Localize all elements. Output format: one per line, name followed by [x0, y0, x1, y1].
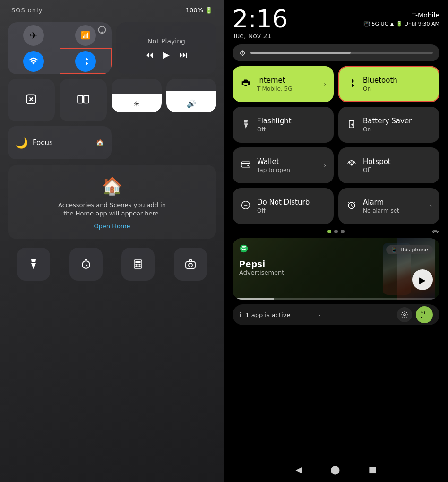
ios-orientation-tile[interactable] [8, 79, 55, 121]
ios-airplay-icon[interactable] [97, 25, 107, 36]
ios-media-title: Not Playing [147, 37, 185, 45]
android-play-icon: ▶ [419, 275, 426, 285]
ios-airplane-button[interactable]: ✈ [8, 22, 60, 48]
android-recents-button[interactable]: ■ [368, 465, 376, 474]
android-wallet-title: Wallet [257, 157, 290, 166]
ios-media-prev[interactable]: ⏮ [145, 50, 154, 60]
ios-volume-icon: 🔊 [187, 99, 196, 108]
ios-row-3: 🌙 Focus 🏠 [8, 126, 216, 159]
android-media-info: Pepsi Advertisement [239, 259, 433, 294]
ios-bottom-bar [8, 241, 216, 290]
svg-point-8 [139, 264, 140, 265]
ios-panel: SOS only 100% 🔋 ✈ 📶 [0, 0, 224, 482]
android-flashlight-icon [240, 119, 251, 131]
android-flashlight-text: Flashlight Off [257, 117, 292, 133]
ios-brightness-slider[interactable]: ☀ [112, 79, 162, 112]
ios-mirror-tile[interactable] [60, 79, 107, 121]
android-battery-saver-icon [346, 119, 357, 131]
android-bluetooth-text: Bluetooth On [363, 76, 397, 92]
android-tile-wallet[interactable]: Wallet Tap to open › [233, 147, 334, 183]
android-device-label: This phone [400, 247, 428, 253]
android-hotspot-title: Hotspot [363, 157, 391, 166]
ios-focus-tile[interactable]: 🌙 Focus 🏠 [8, 126, 112, 159]
android-hotspot-sub: Off [363, 167, 391, 173]
android-internet-sub: T-Mobile, 5G [257, 86, 292, 92]
svg-point-7 [138, 264, 138, 265]
android-brightness-bar[interactable]: ⚙ [233, 44, 439, 61]
android-status-right: T-Mobile 📳 5G UC ▲ 🔋 Until 9:30 AM [363, 7, 439, 27]
ios-open-home-link[interactable]: Open Home [94, 223, 130, 230]
android-signal-icon: ▲ [390, 21, 394, 27]
ios-wifi-icon [23, 51, 44, 72]
android-wallet-sub: Tap to open [257, 167, 290, 173]
android-internet-icon [240, 78, 251, 90]
android-alarm-sub: No alarm set [363, 207, 399, 214]
android-play-button[interactable]: ▶ [412, 269, 433, 290]
android-battery-saver-sub: On [363, 126, 412, 133]
svg-point-21 [404, 314, 405, 316]
ios-focus-label: Focus [33, 138, 53, 147]
android-back-button[interactable]: ◀ [295, 465, 302, 474]
ios-media-next[interactable]: ⏭ [179, 50, 188, 60]
ios-timer-button[interactable] [69, 248, 103, 281]
ios-row-2: ☀ 🔊 [8, 79, 216, 121]
android-settings-button[interactable] [397, 307, 412, 322]
android-carrier: T-Mobile [412, 11, 439, 19]
android-wallet-arrow: › [324, 162, 326, 169]
android-edit-button[interactable]: ✏ [432, 227, 439, 237]
android-alarm-text: Alarm No alarm set [363, 198, 399, 214]
svg-rect-12 [186, 262, 195, 268]
android-device-icon: 📱 [391, 247, 397, 253]
android-hotspot-text: Hotspot Off [363, 157, 391, 173]
android-brightness-icon: ⚙ [239, 49, 246, 58]
android-info-icon: ℹ [239, 311, 241, 318]
android-home-button[interactable]: ⬤ [330, 465, 340, 474]
ios-bluetooth-button[interactable] [60, 48, 112, 74]
ios-status-bar: SOS only 100% 🔋 [8, 0, 216, 18]
ios-media-controls: ⏮ ▶ ⏭ [145, 50, 188, 60]
android-bluetooth-sub: On [363, 86, 397, 92]
android-tile-hotspot[interactable]: Hotspot Off [338, 147, 439, 183]
android-app-active-bar[interactable]: ℹ 1 app is active › [233, 304, 439, 325]
android-vibrate-icon: 📳 [363, 21, 370, 27]
android-brightness-fill [250, 52, 351, 54]
android-battery-saver-text: Battery Saver On [363, 117, 412, 133]
ios-battery: 100% 🔋 [186, 7, 213, 14]
android-spotify-icon [239, 244, 249, 255]
android-power-button[interactable] [416, 306, 433, 323]
android-media-song: Pepsi [239, 259, 433, 269]
ios-home-description: Accessories and Scenes you add inthe Hom… [58, 201, 166, 218]
ios-media-play[interactable]: ▶ [163, 50, 170, 60]
svg-point-17 [351, 163, 353, 165]
ios-brightness-icon: ☀ [133, 99, 140, 108]
ios-flashlight-button[interactable] [17, 248, 50, 281]
android-dot-1 [327, 230, 331, 233]
android-tile-alarm[interactable]: Alarm No alarm set › [338, 188, 439, 224]
svg-point-11 [139, 266, 140, 267]
ios-calculator-button[interactable] [121, 248, 155, 281]
android-time-date: 2:16 Tue, Nov 21 [233, 7, 288, 40]
ios-wifi-button[interactable] [8, 48, 60, 74]
android-internet-title: Internet [257, 76, 292, 85]
android-page-dots: ✏ [224, 227, 448, 238]
android-hotspot-icon [346, 160, 357, 172]
svg-point-10 [138, 266, 138, 267]
android-tile-flashlight[interactable]: Flashlight Off [233, 107, 334, 143]
android-bluetooth-icon [346, 78, 357, 91]
android-tile-battery-saver[interactable]: Battery Saver On [338, 107, 439, 143]
ios-camera-button[interactable] [174, 248, 207, 281]
ios-volume-slider[interactable]: 🔊 [166, 79, 216, 112]
android-brightness-track [250, 52, 433, 54]
android-tile-internet[interactable]: Internet T-Mobile, 5G › [233, 66, 334, 102]
android-flashlight-title: Flashlight [257, 117, 292, 125]
ios-mirror-icon [77, 93, 90, 108]
android-device-badge: 📱 This phone [386, 245, 433, 254]
android-alarm-arrow: › [430, 203, 432, 209]
svg-point-9 [136, 266, 137, 267]
android-tile-bluetooth[interactable]: Bluetooth On [338, 66, 439, 102]
ios-media-tile: Not Playing ⏮ ▶ ⏭ [116, 22, 216, 74]
svg-rect-2 [84, 95, 89, 103]
android-internet-text: Internet T-Mobile, 5G [257, 76, 292, 92]
android-media-content: 📱 This phone Pepsi Advertisement ▶ [233, 238, 439, 300]
android-tile-dnd[interactable]: Do Not Disturb Off [233, 188, 334, 224]
